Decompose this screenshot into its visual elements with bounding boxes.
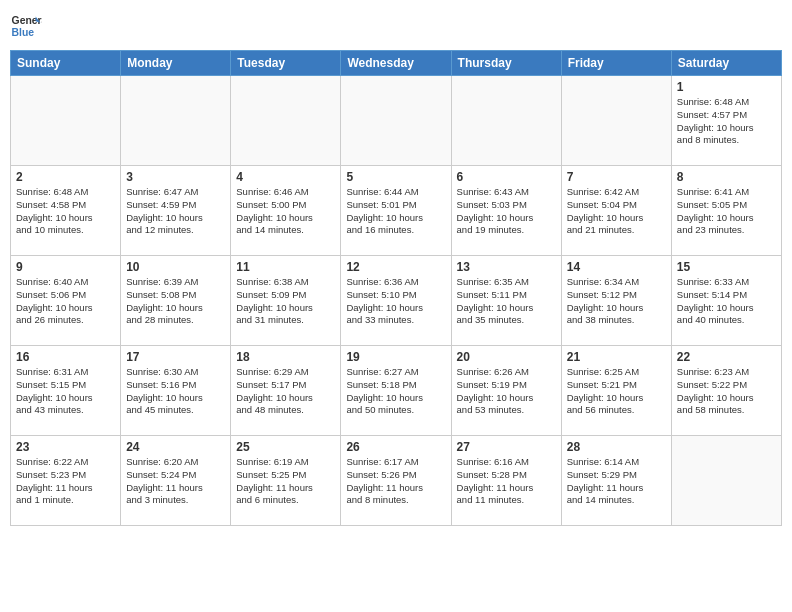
weekday-friday: Friday [561, 51, 671, 76]
day-number: 9 [16, 260, 115, 274]
day-cell-4: 4Sunrise: 6:46 AM Sunset: 5:00 PM Daylig… [231, 166, 341, 256]
day-info: Sunrise: 6:16 AM Sunset: 5:28 PM Dayligh… [457, 456, 556, 507]
day-cell-18: 18Sunrise: 6:29 AM Sunset: 5:17 PM Dayli… [231, 346, 341, 436]
day-number: 10 [126, 260, 225, 274]
day-number: 26 [346, 440, 445, 454]
empty-cell [671, 436, 781, 526]
day-number: 1 [677, 80, 776, 94]
day-info: Sunrise: 6:33 AM Sunset: 5:14 PM Dayligh… [677, 276, 776, 327]
day-cell-17: 17Sunrise: 6:30 AM Sunset: 5:16 PM Dayli… [121, 346, 231, 436]
day-info: Sunrise: 6:48 AM Sunset: 4:57 PM Dayligh… [677, 96, 776, 147]
day-number: 22 [677, 350, 776, 364]
day-cell-8: 8Sunrise: 6:41 AM Sunset: 5:05 PM Daylig… [671, 166, 781, 256]
logo: General Blue [10, 10, 42, 42]
logo-icon: General Blue [10, 10, 42, 42]
day-cell-12: 12Sunrise: 6:36 AM Sunset: 5:10 PM Dayli… [341, 256, 451, 346]
day-number: 7 [567, 170, 666, 184]
calendar-row-1: 2Sunrise: 6:48 AM Sunset: 4:58 PM Daylig… [11, 166, 782, 256]
header: General Blue [10, 10, 782, 42]
calendar-row-4: 23Sunrise: 6:22 AM Sunset: 5:23 PM Dayli… [11, 436, 782, 526]
day-cell-23: 23Sunrise: 6:22 AM Sunset: 5:23 PM Dayli… [11, 436, 121, 526]
day-cell-3: 3Sunrise: 6:47 AM Sunset: 4:59 PM Daylig… [121, 166, 231, 256]
day-number: 24 [126, 440, 225, 454]
calendar-table: SundayMondayTuesdayWednesdayThursdayFrid… [10, 50, 782, 526]
weekday-saturday: Saturday [671, 51, 781, 76]
weekday-thursday: Thursday [451, 51, 561, 76]
day-info: Sunrise: 6:26 AM Sunset: 5:19 PM Dayligh… [457, 366, 556, 417]
day-cell-10: 10Sunrise: 6:39 AM Sunset: 5:08 PM Dayli… [121, 256, 231, 346]
day-number: 12 [346, 260, 445, 274]
day-info: Sunrise: 6:48 AM Sunset: 4:58 PM Dayligh… [16, 186, 115, 237]
day-cell-9: 9Sunrise: 6:40 AM Sunset: 5:06 PM Daylig… [11, 256, 121, 346]
calendar-row-2: 9Sunrise: 6:40 AM Sunset: 5:06 PM Daylig… [11, 256, 782, 346]
day-number: 11 [236, 260, 335, 274]
day-cell-21: 21Sunrise: 6:25 AM Sunset: 5:21 PM Dayli… [561, 346, 671, 436]
day-info: Sunrise: 6:42 AM Sunset: 5:04 PM Dayligh… [567, 186, 666, 237]
empty-cell [561, 76, 671, 166]
day-number: 19 [346, 350, 445, 364]
day-info: Sunrise: 6:46 AM Sunset: 5:00 PM Dayligh… [236, 186, 335, 237]
weekday-monday: Monday [121, 51, 231, 76]
day-number: 2 [16, 170, 115, 184]
day-info: Sunrise: 6:35 AM Sunset: 5:11 PM Dayligh… [457, 276, 556, 327]
day-info: Sunrise: 6:36 AM Sunset: 5:10 PM Dayligh… [346, 276, 445, 327]
empty-cell [231, 76, 341, 166]
day-number: 21 [567, 350, 666, 364]
day-cell-22: 22Sunrise: 6:23 AM Sunset: 5:22 PM Dayli… [671, 346, 781, 436]
weekday-wednesday: Wednesday [341, 51, 451, 76]
weekday-header-row: SundayMondayTuesdayWednesdayThursdayFrid… [11, 51, 782, 76]
day-number: 23 [16, 440, 115, 454]
day-info: Sunrise: 6:14 AM Sunset: 5:29 PM Dayligh… [567, 456, 666, 507]
calendar-row-0: 1Sunrise: 6:48 AM Sunset: 4:57 PM Daylig… [11, 76, 782, 166]
empty-cell [121, 76, 231, 166]
day-info: Sunrise: 6:38 AM Sunset: 5:09 PM Dayligh… [236, 276, 335, 327]
day-info: Sunrise: 6:23 AM Sunset: 5:22 PM Dayligh… [677, 366, 776, 417]
day-info: Sunrise: 6:19 AM Sunset: 5:25 PM Dayligh… [236, 456, 335, 507]
day-info: Sunrise: 6:31 AM Sunset: 5:15 PM Dayligh… [16, 366, 115, 417]
page: General Blue SundayMondayTuesdayWednesda… [0, 0, 792, 612]
day-cell-15: 15Sunrise: 6:33 AM Sunset: 5:14 PM Dayli… [671, 256, 781, 346]
day-info: Sunrise: 6:20 AM Sunset: 5:24 PM Dayligh… [126, 456, 225, 507]
day-cell-27: 27Sunrise: 6:16 AM Sunset: 5:28 PM Dayli… [451, 436, 561, 526]
day-info: Sunrise: 6:30 AM Sunset: 5:16 PM Dayligh… [126, 366, 225, 417]
day-cell-5: 5Sunrise: 6:44 AM Sunset: 5:01 PM Daylig… [341, 166, 451, 256]
day-number: 20 [457, 350, 556, 364]
day-cell-1: 1Sunrise: 6:48 AM Sunset: 4:57 PM Daylig… [671, 76, 781, 166]
day-info: Sunrise: 6:25 AM Sunset: 5:21 PM Dayligh… [567, 366, 666, 417]
day-number: 28 [567, 440, 666, 454]
day-number: 17 [126, 350, 225, 364]
day-cell-6: 6Sunrise: 6:43 AM Sunset: 5:03 PM Daylig… [451, 166, 561, 256]
day-info: Sunrise: 6:17 AM Sunset: 5:26 PM Dayligh… [346, 456, 445, 507]
day-info: Sunrise: 6:43 AM Sunset: 5:03 PM Dayligh… [457, 186, 556, 237]
day-number: 14 [567, 260, 666, 274]
day-info: Sunrise: 6:27 AM Sunset: 5:18 PM Dayligh… [346, 366, 445, 417]
day-cell-20: 20Sunrise: 6:26 AM Sunset: 5:19 PM Dayli… [451, 346, 561, 436]
day-cell-2: 2Sunrise: 6:48 AM Sunset: 4:58 PM Daylig… [11, 166, 121, 256]
day-info: Sunrise: 6:44 AM Sunset: 5:01 PM Dayligh… [346, 186, 445, 237]
day-number: 3 [126, 170, 225, 184]
empty-cell [11, 76, 121, 166]
day-cell-26: 26Sunrise: 6:17 AM Sunset: 5:26 PM Dayli… [341, 436, 451, 526]
weekday-sunday: Sunday [11, 51, 121, 76]
day-number: 16 [16, 350, 115, 364]
day-cell-19: 19Sunrise: 6:27 AM Sunset: 5:18 PM Dayli… [341, 346, 451, 436]
empty-cell [451, 76, 561, 166]
day-cell-25: 25Sunrise: 6:19 AM Sunset: 5:25 PM Dayli… [231, 436, 341, 526]
day-number: 25 [236, 440, 335, 454]
day-number: 18 [236, 350, 335, 364]
day-number: 6 [457, 170, 556, 184]
day-cell-13: 13Sunrise: 6:35 AM Sunset: 5:11 PM Dayli… [451, 256, 561, 346]
day-info: Sunrise: 6:39 AM Sunset: 5:08 PM Dayligh… [126, 276, 225, 327]
day-cell-14: 14Sunrise: 6:34 AM Sunset: 5:12 PM Dayli… [561, 256, 671, 346]
day-number: 4 [236, 170, 335, 184]
day-info: Sunrise: 6:29 AM Sunset: 5:17 PM Dayligh… [236, 366, 335, 417]
empty-cell [341, 76, 451, 166]
day-cell-28: 28Sunrise: 6:14 AM Sunset: 5:29 PM Dayli… [561, 436, 671, 526]
day-info: Sunrise: 6:22 AM Sunset: 5:23 PM Dayligh… [16, 456, 115, 507]
day-cell-16: 16Sunrise: 6:31 AM Sunset: 5:15 PM Dayli… [11, 346, 121, 436]
day-number: 13 [457, 260, 556, 274]
day-info: Sunrise: 6:41 AM Sunset: 5:05 PM Dayligh… [677, 186, 776, 237]
day-number: 5 [346, 170, 445, 184]
day-info: Sunrise: 6:40 AM Sunset: 5:06 PM Dayligh… [16, 276, 115, 327]
weekday-tuesday: Tuesday [231, 51, 341, 76]
